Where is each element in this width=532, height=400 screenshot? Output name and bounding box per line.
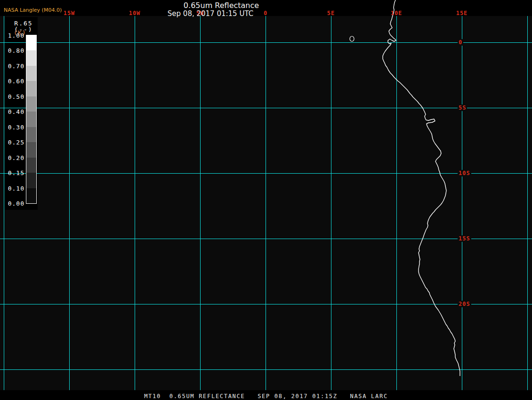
- page-title: 0.65um Reflectance: [184, 1, 259, 10]
- longitude-label-5E: 5E: [327, 10, 335, 16]
- footer-caption: MT10 0.65UM REFLECTANCE SEP 08, 2017 01:…: [144, 393, 388, 400]
- longitude-label-0: 0: [264, 10, 267, 16]
- colorbar-step-10: [26, 188, 36, 203]
- colorbar-step-0: [26, 35, 36, 50]
- latitude-label-5S: 5S: [458, 104, 467, 111]
- colorbar-step-7: [26, 142, 36, 157]
- colorbar-tick-0.50: 0.50: [5, 93, 24, 100]
- longitude-label-10W: 10W: [129, 10, 141, 16]
- longitude-label-10E: 10E: [391, 10, 403, 16]
- colorbar-tick-0.80: 0.80: [5, 47, 24, 54]
- colorbar-step-5: [26, 112, 36, 127]
- colorbar-tick-0.10: 0.10: [5, 185, 24, 192]
- colorbar-step-1: [26, 50, 36, 65]
- colorbar-step-8: [26, 158, 36, 173]
- latitude-label-0: 0: [458, 39, 463, 46]
- credit-text: NASA Langley (M04.0): [4, 7, 62, 13]
- colorbar-step-4: [26, 96, 36, 112]
- island-outline: [350, 36, 354, 41]
- colorbar-tick-0.70: 0.70: [5, 63, 24, 70]
- graticule-and-coastline: [0, 0, 532, 400]
- colorbar-tick-0.20: 0.20: [5, 154, 24, 161]
- colorbar-step-9: [26, 173, 36, 188]
- latitude-label-20S: 20S: [458, 301, 471, 307]
- colorbar-step-3: [26, 81, 36, 96]
- latitude-label-10S: 10S: [458, 170, 471, 176]
- colorbar-tick-0.15: 0.15: [5, 169, 24, 176]
- colorbar-gradient: [26, 35, 37, 204]
- latitude-label-15S: 15S: [458, 235, 471, 242]
- colorbar-step-6: [26, 127, 36, 142]
- longitude-label-15E: 15E: [456, 10, 468, 16]
- timestamp-title: Sep 08, 2017 01:15 UTC: [168, 9, 253, 18]
- longitude-label-15W: 15W: [64, 10, 75, 16]
- colorbar-tick-0.30: 0.30: [5, 124, 24, 131]
- colorbar-step-2: [26, 66, 36, 81]
- colorbar-tick-1.00: 1.00: [5, 32, 24, 39]
- satellite-image-viewer: NASA Langley (M04.0) 0.65um Reflectance …: [0, 0, 532, 400]
- colorbar-tick-0.25: 0.25: [5, 139, 24, 146]
- colorbar-tick-0.00: 0.00: [5, 200, 24, 207]
- coastline: [383, 0, 460, 376]
- colorbar-tick-0.60: 0.60: [5, 78, 24, 85]
- colorbar-tick-0.40: 0.40: [5, 108, 24, 115]
